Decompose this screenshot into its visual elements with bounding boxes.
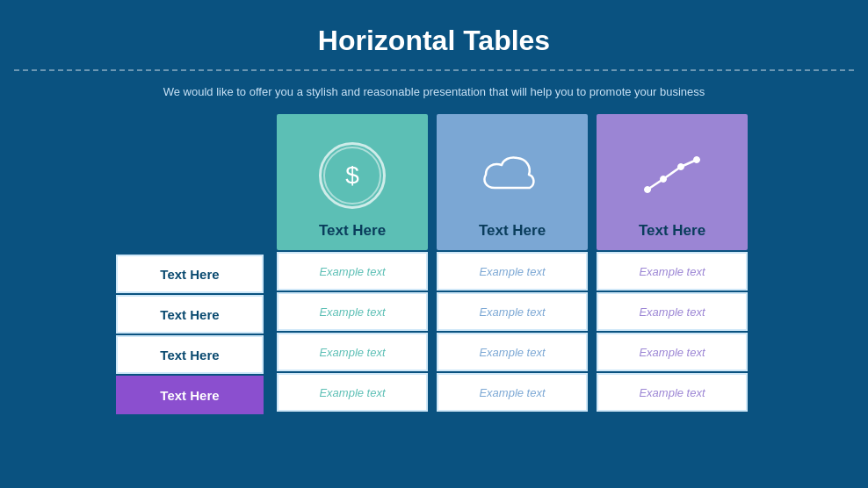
line-chart-icon [637,149,707,202]
col-2-cell-4: Example text [437,373,588,412]
col-1-cell-4: Example text [277,373,428,412]
col-3-cell-4: Example text [597,373,748,412]
col-1-cells: Example text Example text Example text E… [277,250,428,412]
divider [14,69,854,71]
row-label-3: Text Here [116,335,264,374]
col-2-header: Text Here [437,114,588,250]
page-title: Horizontal Tables [0,0,868,69]
col-1-cell-1: Example text [277,252,428,291]
row-label-1: Text Here [116,255,264,293]
row-label-4: Text Here [116,376,264,414]
col-3-header: Text Here [597,114,748,250]
table-section: Text Here Text Here Text Here Text Here … [0,114,868,416]
dollar-icon: $ [319,142,386,209]
col-2-title: Text Here [479,222,546,240]
col-2-cell-2: Example text [437,292,588,331]
col-3-cells: Example text Example text Example text E… [597,250,748,412]
col-1-header: $ Text Here [277,114,428,250]
row-labels-column: Text Here Text Here Text Here Text Here [116,255,264,416]
col-3-cell-2: Example text [597,292,748,331]
col-2-cells: Example text Example text Example text E… [437,250,588,412]
col-1-cell-3: Example text [277,333,428,371]
cloud-icon [477,149,547,202]
column-2: Text Here Example text Example text Exam… [437,114,588,412]
col-3-cell-1: Example text [597,252,748,291]
column-3: Text Here Example text Example text Exam… [597,114,748,412]
col-2-cell-3: Example text [437,333,588,371]
chart-icon-wrap [633,136,712,215]
dollar-icon-wrap: $ [313,136,392,215]
cloud-icon-wrap [473,136,552,215]
column-1: $ Text Here Example text Example text Ex… [277,114,428,412]
col-2-cell-1: Example text [437,252,588,291]
col-1-title: Text Here [319,222,386,240]
row-label-2: Text Here [116,295,264,334]
col-3-cell-3: Example text [597,333,748,371]
col-1-cell-2: Example text [277,292,428,331]
dollar-sign: $ [345,161,359,190]
col-3-title: Text Here [639,222,705,240]
subtitle: We would like to offer you a stylish and… [0,85,868,98]
